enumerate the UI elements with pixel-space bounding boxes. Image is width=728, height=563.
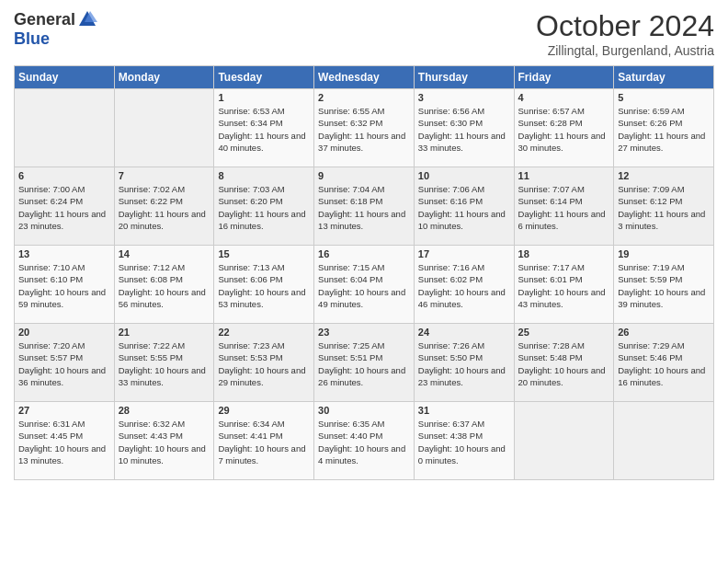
day-detail: Sunrise: 7:20 AM Sunset: 5:57 PM Dayligh… (18, 339, 110, 388)
calendar-cell: 19Sunrise: 7:19 AM Sunset: 5:59 PM Dayli… (614, 246, 714, 324)
calendar-cell: 10Sunrise: 7:06 AM Sunset: 6:16 PM Dayli… (414, 167, 514, 246)
day-detail: Sunrise: 7:06 AM Sunset: 6:16 PM Dayligh… (418, 183, 510, 232)
calendar-table: SundayMondayTuesdayWednesdayThursdayFrid… (14, 65, 714, 480)
calendar-cell: 21Sunrise: 7:22 AM Sunset: 5:55 PM Dayli… (114, 324, 214, 402)
day-number: 4 (518, 92, 610, 103)
day-detail: Sunrise: 7:09 AM Sunset: 6:12 PM Dayligh… (618, 183, 710, 232)
calendar-cell: 1Sunrise: 6:53 AM Sunset: 6:34 PM Daylig… (214, 89, 314, 167)
day-number: 19 (618, 248, 710, 259)
day-number: 22 (218, 327, 310, 338)
calendar-cell: 2Sunrise: 6:55 AM Sunset: 6:32 PM Daylig… (314, 89, 415, 167)
header-wednesday: Wednesday (314, 66, 415, 89)
day-detail: Sunrise: 7:02 AM Sunset: 6:22 PM Dayligh… (119, 183, 210, 232)
day-number: 3 (418, 92, 510, 103)
day-number: 13 (18, 248, 110, 259)
calendar-cell: 3Sunrise: 6:56 AM Sunset: 6:30 PM Daylig… (414, 89, 514, 167)
day-number: 28 (119, 405, 210, 416)
day-number: 15 (218, 248, 310, 259)
calendar-cell (614, 402, 714, 480)
day-number: 8 (218, 170, 310, 181)
calendar-week-2: 6Sunrise: 7:00 AM Sunset: 6:24 PM Daylig… (15, 167, 714, 246)
calendar-cell: 20Sunrise: 7:20 AM Sunset: 5:57 PM Dayli… (15, 324, 115, 402)
day-detail: Sunrise: 6:53 AM Sunset: 6:34 PM Dayligh… (218, 105, 310, 154)
calendar-cell: 28Sunrise: 6:32 AM Sunset: 4:43 PM Dayli… (114, 402, 214, 480)
day-detail: Sunrise: 7:19 AM Sunset: 5:59 PM Dayligh… (618, 261, 710, 310)
calendar-cell: 22Sunrise: 7:23 AM Sunset: 5:53 PM Dayli… (214, 324, 314, 402)
day-detail: Sunrise: 6:32 AM Sunset: 4:43 PM Dayligh… (119, 418, 210, 466)
day-detail: Sunrise: 7:28 AM Sunset: 5:48 PM Dayligh… (518, 339, 610, 388)
day-detail: Sunrise: 7:07 AM Sunset: 6:14 PM Dayligh… (518, 183, 610, 232)
header-tuesday: Tuesday (214, 66, 314, 89)
calendar-cell: 15Sunrise: 7:13 AM Sunset: 6:06 PM Dayli… (214, 246, 314, 324)
day-number: 21 (119, 327, 210, 338)
day-number: 18 (518, 248, 610, 259)
day-detail: Sunrise: 7:13 AM Sunset: 6:06 PM Dayligh… (218, 261, 310, 310)
day-detail: Sunrise: 6:35 AM Sunset: 4:40 PM Dayligh… (318, 418, 410, 466)
calendar-cell (114, 89, 214, 167)
header-friday: Friday (514, 66, 614, 89)
day-detail: Sunrise: 6:56 AM Sunset: 6:30 PM Dayligh… (418, 105, 510, 154)
day-number: 20 (18, 327, 110, 338)
day-number: 25 (518, 327, 610, 338)
logo-blue: Blue (14, 29, 50, 49)
day-detail: Sunrise: 6:55 AM Sunset: 6:32 PM Dayligh… (318, 105, 410, 154)
header-thursday: Thursday (414, 66, 514, 89)
day-number: 11 (518, 170, 610, 181)
day-detail: Sunrise: 7:22 AM Sunset: 5:55 PM Dayligh… (119, 339, 210, 388)
day-number: 14 (119, 248, 210, 259)
day-number: 9 (318, 170, 410, 181)
day-number: 12 (618, 170, 710, 181)
calendar-cell: 30Sunrise: 6:35 AM Sunset: 4:40 PM Dayli… (314, 402, 415, 480)
day-detail: Sunrise: 7:23 AM Sunset: 5:53 PM Dayligh… (218, 339, 310, 388)
day-detail: Sunrise: 7:29 AM Sunset: 5:46 PM Dayligh… (618, 339, 710, 388)
calendar-cell: 23Sunrise: 7:25 AM Sunset: 5:51 PM Dayli… (314, 324, 415, 402)
calendar-cell: 8Sunrise: 7:03 AM Sunset: 6:20 PM Daylig… (214, 167, 314, 246)
calendar-cell: 12Sunrise: 7:09 AM Sunset: 6:12 PM Dayli… (614, 167, 714, 246)
day-number: 2 (318, 92, 410, 103)
calendar-week-3: 13Sunrise: 7:10 AM Sunset: 6:10 PM Dayli… (15, 246, 714, 324)
month-title: October 2024 (536, 9, 714, 43)
calendar-header-row: SundayMondayTuesdayWednesdayThursdayFrid… (15, 66, 714, 89)
day-detail: Sunrise: 6:31 AM Sunset: 4:45 PM Dayligh… (18, 418, 110, 466)
logo-icon (77, 9, 97, 29)
day-number: 31 (418, 405, 510, 416)
day-number: 5 (618, 92, 710, 103)
day-number: 23 (318, 327, 410, 338)
day-number: 7 (119, 170, 210, 181)
day-detail: Sunrise: 7:00 AM Sunset: 6:24 PM Dayligh… (18, 183, 110, 232)
header-monday: Monday (114, 66, 214, 89)
calendar-cell: 9Sunrise: 7:04 AM Sunset: 6:18 PM Daylig… (314, 167, 415, 246)
day-number: 6 (18, 170, 110, 181)
day-detail: Sunrise: 7:16 AM Sunset: 6:02 PM Dayligh… (418, 261, 510, 310)
calendar-cell: 17Sunrise: 7:16 AM Sunset: 6:02 PM Dayli… (414, 246, 514, 324)
day-number: 24 (418, 327, 510, 338)
logo: General Blue (14, 9, 97, 49)
day-detail: Sunrise: 7:15 AM Sunset: 6:04 PM Dayligh… (318, 261, 410, 310)
day-number: 16 (318, 248, 410, 259)
calendar-cell: 29Sunrise: 6:34 AM Sunset: 4:41 PM Dayli… (214, 402, 314, 480)
day-number: 30 (318, 405, 410, 416)
calendar-week-1: 1Sunrise: 6:53 AM Sunset: 6:34 PM Daylig… (15, 89, 714, 167)
day-number: 17 (418, 248, 510, 259)
location: Zillingtal, Burgenland, Austria (536, 43, 714, 58)
calendar-cell (15, 89, 115, 167)
calendar-cell: 25Sunrise: 7:28 AM Sunset: 5:48 PM Dayli… (514, 324, 614, 402)
calendar-cell: 5Sunrise: 6:59 AM Sunset: 6:26 PM Daylig… (614, 89, 714, 167)
calendar-cell: 11Sunrise: 7:07 AM Sunset: 6:14 PM Dayli… (514, 167, 614, 246)
calendar-cell: 14Sunrise: 7:12 AM Sunset: 6:08 PM Dayli… (114, 246, 214, 324)
day-detail: Sunrise: 7:03 AM Sunset: 6:20 PM Dayligh… (218, 183, 310, 232)
title-block: October 2024 Zillingtal, Burgenland, Aus… (536, 9, 714, 58)
day-number: 1 (218, 92, 310, 103)
day-detail: Sunrise: 6:37 AM Sunset: 4:38 PM Dayligh… (418, 418, 510, 466)
calendar-cell: 16Sunrise: 7:15 AM Sunset: 6:04 PM Dayli… (314, 246, 415, 324)
calendar-cell: 7Sunrise: 7:02 AM Sunset: 6:22 PM Daylig… (114, 167, 214, 246)
calendar-cell (514, 402, 614, 480)
header-saturday: Saturday (614, 66, 714, 89)
day-number: 10 (418, 170, 510, 181)
calendar-cell: 13Sunrise: 7:10 AM Sunset: 6:10 PM Dayli… (15, 246, 115, 324)
calendar-cell: 6Sunrise: 7:00 AM Sunset: 6:24 PM Daylig… (15, 167, 115, 246)
logo-general: General (14, 10, 75, 29)
day-number: 26 (618, 327, 710, 338)
calendar-cell: 31Sunrise: 6:37 AM Sunset: 4:38 PM Dayli… (414, 402, 514, 480)
day-detail: Sunrise: 7:25 AM Sunset: 5:51 PM Dayligh… (318, 339, 410, 388)
